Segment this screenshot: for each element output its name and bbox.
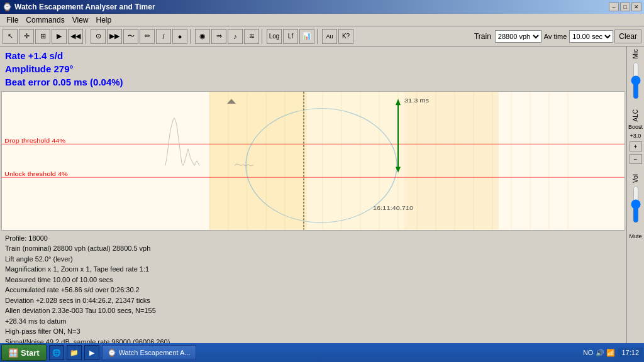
svg-text:Unlock threshold 4%: Unlock threshold 4% (4, 171, 68, 177)
tb-scope-btn[interactable]: ◉ (195, 29, 210, 44)
svg-text:Drop threshold 44%: Drop threshold 44% (4, 138, 66, 143)
tb-sep-4 (317, 29, 319, 44)
info-display: Rate +1.4 s/d Amplitude 279° Beat error … (0, 47, 626, 91)
titlebar-controls: – □ ✕ (609, 3, 641, 11)
menu-help[interactable]: Help (92, 14, 116, 26)
app-title: Watch Escapement Analyser and Timer (14, 3, 155, 11)
left-panel: Rate +1.4 s/d Amplitude 279° Beat error … (0, 47, 626, 348)
tb-move-btn[interactable]: ✛ (19, 29, 34, 44)
tb-zoom-btn[interactable]: ⊞ (35, 29, 50, 44)
taskbar-folder-icon[interactable]: 📁 (67, 345, 82, 360)
tb-pointer-btn[interactable]: ↖ (3, 29, 18, 44)
tb-sep-2 (190, 29, 192, 44)
start-button[interactable]: 🪟 Start (1, 344, 47, 361)
profile-line-8: +28.34 ms to datum (5, 316, 621, 327)
boost-label: Boost (628, 124, 643, 130)
profile-line-5: Accumulated rate +56.86 s/d over 0:26:30… (5, 285, 621, 295)
tb-pencil-btn[interactable]: ✏ (140, 29, 155, 44)
taskbar-clock: 17:12 (618, 348, 643, 358)
maximize-button[interactable]: □ (620, 3, 630, 11)
vol-label: Vol (632, 174, 639, 183)
taskbar-app-icon: ⌚ (108, 349, 116, 357)
vol-slider[interactable] (631, 185, 640, 223)
taskbar-app-label: Watch Escapement A... (119, 349, 191, 356)
tb-beat-btn[interactable]: ♪ (228, 29, 243, 44)
tb-help-btn[interactable]: K? (338, 29, 353, 44)
tb-filter-btn[interactable]: ≋ (244, 29, 259, 44)
profile-line-0: Profile: 18000 (5, 233, 621, 244)
tb-sep-3 (262, 29, 264, 44)
menu-commands[interactable]: Commands (22, 14, 68, 26)
titlebar: ⌚ Watch Escapement Analyser and Timer – … (0, 0, 644, 14)
avtime-label: Av time (544, 33, 567, 40)
menubar: File Commands View Help (0, 14, 644, 26)
svg-text:31.3 ms: 31.3 ms (404, 97, 429, 103)
mic-slider[interactable] (631, 62, 640, 99)
profile-line-9: High-pass filter ON, N=3 (5, 326, 621, 337)
taskbar-lang: NO (583, 349, 594, 356)
tb-fwd-btn[interactable]: ▶▶ (107, 29, 122, 44)
tb-play-btn[interactable]: ▶ (52, 29, 67, 44)
taskbar-icons: 🔊 📶 (596, 349, 615, 357)
canvas-svg: 31.3 ms 7.22 ms Drop threshold 44% Unloc… (2, 92, 625, 230)
mute-label: Mute (629, 233, 641, 239)
tb-sep-1 (86, 29, 88, 44)
toolbar: ↖ ✛ ⊞ ▶ ◀◀ ⊙ ▶▶ 〜 ✏ / ● ◉ ⇒ ♪ ≋ Log Lf 📊… (0, 26, 644, 47)
alc-label: ALC (632, 109, 639, 121)
svg-text:16:11:40.710: 16:11:40.710 (373, 205, 414, 211)
beat-error-label: Beat error 0.05 ms (0.04%) (5, 75, 621, 89)
clear-button[interactable]: Clear (614, 30, 641, 43)
tb-lf-btn[interactable]: Lf (283, 29, 298, 44)
boost-minus-btn[interactable]: − (630, 154, 642, 164)
taskbar-right: NO 🔊 📶 17:12 (583, 348, 643, 358)
avtime-select[interactable]: 10.00 sec 5.00 sec 30.00 sec (569, 30, 613, 43)
train-label: Train (474, 32, 491, 41)
profile-line-4: Measured time 10.00 of 10.00 secs (5, 275, 621, 285)
taskbar-media-icon[interactable]: ▶ (84, 345, 99, 360)
minimize-button[interactable]: – (609, 3, 619, 11)
tb-tape-btn[interactable]: ⇒ (211, 29, 226, 44)
boost-value: +3.0 (630, 133, 641, 139)
app-icon: ⌚ (3, 3, 12, 11)
menu-view[interactable]: View (69, 14, 92, 26)
taskbar-browser-icon[interactable]: 🌐 (49, 345, 64, 360)
tb-chart-btn[interactable]: 📊 (299, 29, 314, 44)
profile-line-2: Lift angle 52.0° (lever) (5, 254, 621, 265)
menu-file[interactable]: File (3, 14, 22, 26)
tb-log-btn[interactable]: Log (267, 29, 282, 44)
start-label: Start (21, 348, 40, 358)
close-button[interactable]: ✕ (631, 3, 641, 11)
taskbar: 🪟 Start 🌐 📁 ▶ ⌚ Watch Escapement A... NO… (0, 343, 644, 362)
taskbar-app-item[interactable]: ⌚ Watch Escapement A... (102, 345, 196, 360)
train-select[interactable]: 28800 vph 18000 vph 21600 vph 36000 vph (495, 30, 541, 43)
tb-circle-btn[interactable]: ⊙ (91, 29, 106, 44)
tb-line-btn[interactable]: / (156, 29, 171, 44)
tb-wave-btn[interactable]: 〜 (123, 29, 138, 44)
amplitude-label: Amplitude 279° (5, 62, 621, 75)
mic-label: Mic (632, 49, 639, 59)
right-panel: Mic ALC Boost +3.0 + − Vol Mute (626, 47, 644, 348)
profile-line-6: Deviation +2.028 secs in 0:44:26.2, 2134… (5, 295, 621, 306)
profile-line-1: Train (nominal) 28800 vph (actual) 28800… (5, 243, 621, 254)
profile-line-7: Allen deviation 2.33e-003 Tau 10.00 secs… (5, 305, 621, 316)
profile-info: Profile: 18000 Train (nominal) 28800 vph… (0, 232, 626, 349)
svg-rect-3 (404, 92, 499, 230)
rate-label: Rate +1.4 s/d (5, 49, 621, 62)
profile-line-3: Magnification x 1, Zoom x 1, Tape feed r… (5, 264, 621, 275)
tb-dot-btn[interactable]: ● (172, 29, 187, 44)
titlebar-left: ⌚ Watch Escapement Analyser and Timer (3, 3, 155, 11)
oscilloscope-canvas[interactable]: 31.3 ms 7.22 ms Drop threshold 44% Unloc… (1, 91, 625, 231)
tb-back-btn[interactable]: ◀◀ (68, 29, 83, 44)
tb-auto-btn[interactable]: Au (322, 29, 337, 44)
start-icon: 🪟 (8, 348, 18, 358)
main-area: Rate +1.4 s/d Amplitude 279° Beat error … (0, 47, 644, 348)
boost-plus-btn[interactable]: + (630, 141, 642, 151)
